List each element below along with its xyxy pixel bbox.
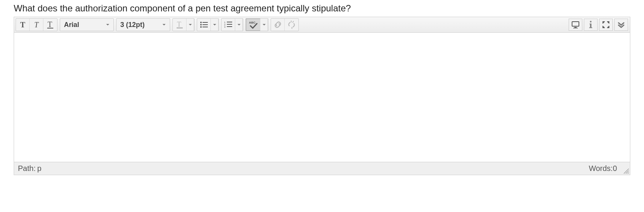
chevron-down-icon <box>162 23 166 27</box>
question-text: What does the authorization component of… <box>14 3 630 14</box>
numbered-list-group: 1 2 3 <box>221 18 243 31</box>
unlink-button[interactable] <box>285 19 298 31</box>
svg-text:ABC: ABC <box>249 21 256 24</box>
svg-text:T: T <box>48 21 52 28</box>
svg-text:T: T <box>34 21 39 28</box>
numbered-list-button[interactable]: 1 2 3 <box>222 19 235 31</box>
link-icon <box>274 21 282 29</box>
resize-handle[interactable] <box>622 167 629 174</box>
svg-rect-22 <box>572 22 579 26</box>
underline-button[interactable]: T <box>43 19 57 31</box>
path-label: Path: <box>18 164 36 173</box>
editor-content-area[interactable] <box>14 33 630 162</box>
bold-button[interactable]: T <box>16 19 30 31</box>
svg-rect-5 <box>177 27 183 28</box>
chevron-down-icon <box>106 23 110 27</box>
bullet-list-icon <box>200 21 208 28</box>
link-group <box>271 18 299 31</box>
svg-point-10 <box>200 26 202 28</box>
font-size-value: 3 (12pt) <box>120 21 145 29</box>
fullscreen-icon <box>602 21 610 28</box>
font-size-group: 3 (12pt) <box>116 18 170 31</box>
bullet-list-button[interactable] <box>197 19 211 31</box>
chevron-down-icon <box>262 23 266 27</box>
more-icon <box>617 21 625 28</box>
svg-point-8 <box>200 24 202 25</box>
text-style-group: T T T <box>16 18 57 31</box>
svg-rect-9 <box>202 24 208 25</box>
svg-rect-23 <box>574 27 577 28</box>
svg-rect-11 <box>202 27 208 27</box>
word-count: Words:0 <box>589 164 617 173</box>
preview-button[interactable] <box>569 19 582 31</box>
more-button[interactable] <box>614 19 628 31</box>
italic-button[interactable]: T <box>30 19 43 31</box>
svg-rect-15 <box>227 24 232 25</box>
info-icon <box>588 21 594 29</box>
path-value[interactable]: p <box>37 164 41 173</box>
spellcheck-dropdown[interactable] <box>260 19 268 31</box>
svg-text:T: T <box>20 21 26 28</box>
words-value: 0 <box>613 164 617 172</box>
spellcheck-group: ABC <box>245 18 268 31</box>
bullet-list-dropdown[interactable] <box>211 19 218 31</box>
svg-rect-7 <box>202 22 208 23</box>
unlink-icon <box>287 21 296 29</box>
bold-icon: T <box>19 21 27 28</box>
chevron-down-icon <box>237 23 241 27</box>
text-color-icon: T <box>176 21 183 29</box>
svg-rect-13 <box>227 22 232 22</box>
info-button[interactable] <box>584 19 598 31</box>
numbered-list-dropdown[interactable] <box>235 19 243 31</box>
italic-icon: T <box>33 21 40 28</box>
svg-text:3: 3 <box>224 26 226 28</box>
svg-rect-17 <box>227 26 232 27</box>
words-label: Words: <box>589 164 613 172</box>
font-family-select[interactable]: Arial <box>60 19 113 31</box>
font-size-select[interactable]: 3 (12pt) <box>116 19 170 31</box>
chevron-down-icon <box>213 23 217 27</box>
chevron-down-icon <box>188 23 192 27</box>
right-tools-group <box>568 18 628 31</box>
text-color-group: T <box>172 18 194 31</box>
spellcheck-icon: ABC <box>249 21 258 29</box>
fullscreen-button[interactable] <box>599 19 613 31</box>
editor-toolbar: T T T Arial <box>14 17 630 33</box>
svg-rect-24 <box>573 28 578 28</box>
svg-line-20 <box>293 21 293 22</box>
svg-point-6 <box>200 22 202 23</box>
editor-statusbar: Path: p Words:0 <box>14 162 630 175</box>
numbered-list-icon: 1 2 3 <box>224 21 233 28</box>
svg-point-25 <box>590 21 591 22</box>
svg-text:T: T <box>177 21 181 28</box>
text-color-button[interactable]: T <box>173 19 187 31</box>
bullet-list-group <box>197 18 219 31</box>
svg-line-28 <box>628 172 629 174</box>
font-family-value: Arial <box>64 21 79 29</box>
link-button[interactable] <box>271 19 285 31</box>
spellcheck-button[interactable]: ABC <box>246 19 260 31</box>
rich-text-editor: T T T Arial <box>14 17 630 175</box>
preview-icon <box>571 21 580 28</box>
font-family-group: Arial <box>60 18 114 31</box>
underline-icon: T <box>46 21 54 29</box>
text-color-dropdown[interactable] <box>187 19 194 31</box>
